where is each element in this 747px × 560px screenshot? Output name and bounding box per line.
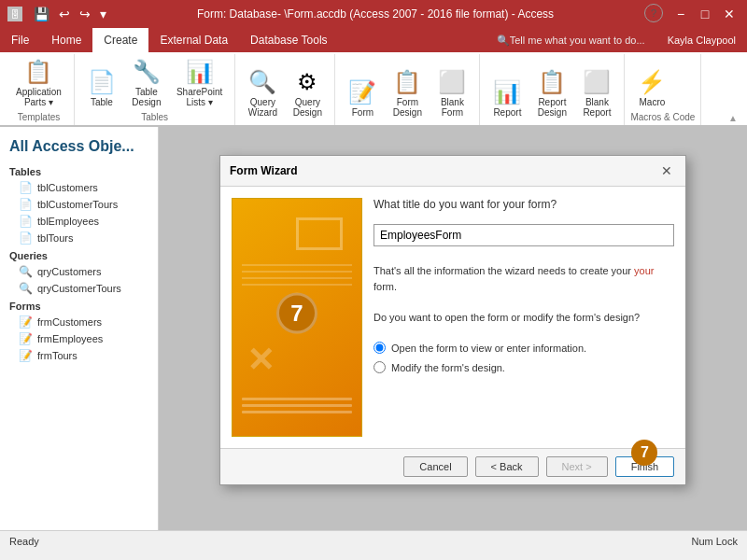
sidebar-item-tblCustomerTours[interactable]: 📄 tblCustomerTours	[0, 196, 158, 213]
quick-access-more[interactable]: ▾	[96, 5, 110, 23]
report-design-button[interactable]: 📋 ReportDesign	[530, 64, 573, 120]
save-quick-btn[interactable]: 💾	[30, 5, 53, 23]
radio-open-input[interactable]	[374, 342, 386, 354]
radio-modify-input[interactable]	[374, 361, 386, 373]
reports-group-label	[486, 120, 618, 125]
deco-line-c	[242, 411, 352, 413]
frmEmployees-label: frmEmployees	[37, 333, 103, 344]
frmCustomers-label: frmCustomers	[37, 316, 102, 328]
query-design-icon: ⚙	[292, 67, 322, 97]
deco-line-2	[242, 271, 352, 273]
sidebar-item-frmTours[interactable]: 📝 frmTours	[0, 347, 158, 364]
sidebar-title: All Access Obje...	[0, 134, 158, 162]
ribbon-group-macros: ⚡ Macro Macros & Code	[625, 54, 701, 125]
dialog-close-button[interactable]: ✕	[657, 161, 676, 180]
sidebar: All Access Obje... Tables 📄 tblCustomers…	[0, 127, 159, 530]
form-title-input[interactable]	[374, 224, 674, 246]
tables-section-label: Tables	[0, 162, 158, 179]
table-button[interactable]: 📄 Table	[80, 64, 123, 110]
window-controls: ? − □ ✕	[641, 4, 740, 24]
table-item-icon: 📄	[19, 198, 32, 211]
finish-btn-wrap: 7 Finish	[615, 456, 674, 477]
form-button[interactable]: 📝 Form	[341, 75, 384, 120]
ribbon-group-reports: 📊 Report 📋 ReportDesign ⬜ BlankReport	[480, 54, 625, 125]
application-parts-icon: 📋	[23, 57, 53, 87]
work-area: Form Wizard ✕	[159, 127, 747, 530]
maximize-button[interactable]: □	[695, 4, 715, 24]
macro-button[interactable]: ⚡ Macro	[630, 64, 673, 110]
menu-bar: File Home Create External Data Database …	[0, 28, 747, 52]
cancel-button[interactable]: Cancel	[403, 456, 467, 477]
deco-line-3	[242, 277, 352, 279]
ribbon-group-templates: 📋 ApplicationParts ▾ Templates	[4, 54, 75, 125]
status-bar: Ready Num Lock	[0, 530, 747, 551]
minimize-button[interactable]: −	[670, 4, 691, 24]
form-title-question: What title do you want for your form?	[374, 198, 674, 211]
menu-create[interactable]: Create	[92, 28, 148, 52]
tables-group-label: Tables	[80, 110, 229, 125]
deco-line-b	[242, 404, 352, 407]
radio-open-form[interactable]: Open the form to view or enter informati…	[374, 342, 674, 354]
radio-modify-form[interactable]: Modify the form's design.	[374, 361, 674, 373]
sidebar-item-qryCustomers[interactable]: 🔍 qryCustomers	[0, 263, 158, 280]
qryCustomers-label: qryCustomers	[37, 266, 101, 277]
ribbon-collapse-btn[interactable]: ▲	[728, 113, 743, 123]
form-icon: 📝	[347, 77, 377, 107]
forms-group-label	[341, 120, 473, 125]
macros-group-label: Macros & Code	[630, 110, 695, 125]
title-bar-left: 🗄 💾 ↩ ↪ ▾	[7, 5, 110, 23]
tblTours-label: tblTours	[37, 232, 74, 244]
dialog-title: Form Wizard	[230, 164, 298, 177]
queries-section-label: Queries	[0, 246, 158, 263]
ribbon-group-tables: 📄 Table 🔧 TableDesign 📊 SharePointLists …	[75, 54, 235, 125]
blank-report-button[interactable]: ⬜ BlankReport	[575, 64, 618, 120]
status-right: Num Lock	[691, 536, 738, 547]
table-design-button[interactable]: 🔧 TableDesign	[125, 54, 168, 110]
menu-home[interactable]: Home	[40, 28, 92, 52]
form-design-icon: 📋	[392, 67, 422, 97]
redo-btn[interactable]: ↪	[76, 5, 94, 23]
app-icon: 🗄	[7, 7, 22, 21]
wizard-image: ✕ 7	[232, 198, 362, 437]
form-design-button[interactable]: 📋 FormDesign	[386, 64, 429, 120]
form-item-icon: 📝	[19, 315, 32, 329]
ribbon: 📋 ApplicationParts ▾ Templates 📄 Table 🔧…	[0, 52, 747, 127]
query-wizard-icon: 🔍	[247, 67, 277, 97]
blank-report-icon: ⬜	[582, 67, 612, 97]
sidebar-item-tblEmployees[interactable]: 📄 tblEmployees	[0, 213, 158, 230]
blank-form-icon: ⬜	[437, 67, 467, 97]
ribbon-content: 📋 ApplicationParts ▾ Templates 📄 Table 🔧…	[0, 52, 747, 125]
query-design-button[interactable]: ⚙ QueryDesign	[286, 64, 329, 120]
undo-btn[interactable]: ↩	[55, 5, 74, 23]
table-item-icon: 📄	[19, 231, 32, 245]
sidebar-item-tblTours[interactable]: 📄 tblTours	[0, 230, 158, 246]
your-link: your	[634, 265, 654, 276]
dialog-overlay: Form Wizard ✕	[159, 127, 747, 530]
menu-external-data[interactable]: External Data	[148, 28, 239, 52]
menu-database-tools[interactable]: Database Tools	[239, 28, 339, 52]
tell-me-menu[interactable]: 🔍 Tell me what you want to do...	[486, 28, 656, 52]
close-button[interactable]: ✕	[719, 4, 740, 24]
blank-form-button[interactable]: ⬜ BlankForm	[430, 64, 473, 120]
form-wizard-dialog: Form Wizard ✕	[219, 155, 686, 485]
help-button[interactable]: ?	[644, 4, 663, 22]
qryCustomerTours-label: qryCustomerTours	[37, 283, 121, 294]
menu-file[interactable]: File	[0, 28, 40, 52]
sidebar-item-frmCustomers[interactable]: 📝 frmCustomers	[0, 314, 158, 330]
dialog-titlebar: Form Wizard ✕	[220, 156, 685, 187]
sidebar-item-frmEmployees[interactable]: 📝 frmEmployees	[0, 330, 158, 347]
back-button[interactable]: < Back	[475, 456, 539, 477]
title-bar: 🗄 💾 ↩ ↪ ▾ Form: Database- \Form.accdb (A…	[0, 0, 747, 28]
next-button[interactable]: Next >	[546, 456, 608, 477]
sidebar-item-tblCustomers[interactable]: 📄 tblCustomers	[0, 179, 158, 196]
dialog-footer: Cancel < Back Next > 7 Finish	[220, 448, 685, 484]
templates-group-label: Templates	[9, 110, 68, 125]
sharepoint-lists-button[interactable]: 📊 SharePointLists ▾	[170, 54, 229, 110]
report-icon: 📊	[492, 77, 522, 107]
application-parts-button[interactable]: 📋 ApplicationParts ▾	[9, 54, 68, 110]
deco-x: ✕	[247, 341, 275, 380]
report-button[interactable]: 📊 Report	[486, 75, 529, 120]
tblCustomers-label: tblCustomers	[37, 182, 98, 193]
query-wizard-button[interactable]: 🔍 QueryWizard	[241, 64, 284, 120]
sidebar-item-qryCustomerTours[interactable]: 🔍 qryCustomerTours	[0, 280, 158, 297]
